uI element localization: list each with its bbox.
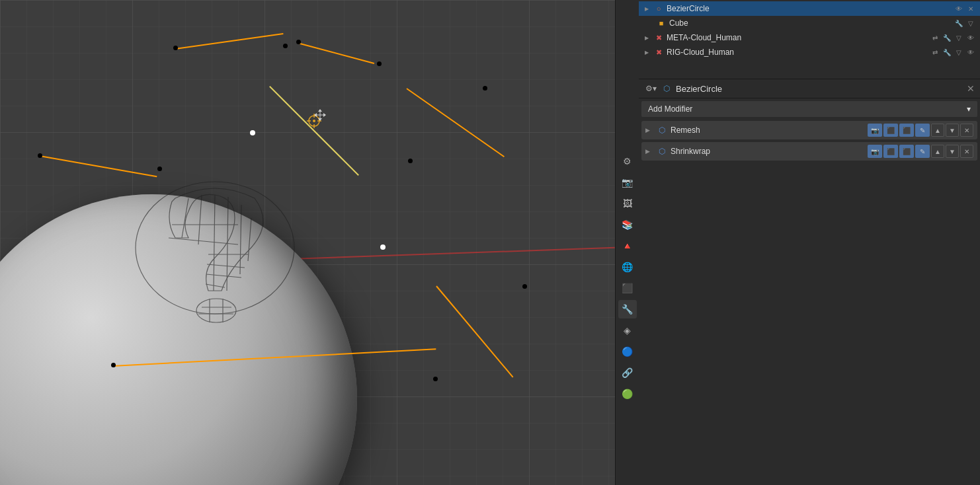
remesh-mesh-btn[interactable]: ⬛: [883, 124, 898, 137]
svg-line-10: [198, 195, 202, 244]
shrinkwrap-render-btn[interactable]: ⬛: [899, 145, 914, 158]
svg-point-15: [196, 299, 236, 322]
bezier-point-12: [250, 130, 255, 135]
outliner-item-bezier[interactable]: ▶ ○ BezierCircle 👁 ✕: [639, 1, 980, 16]
add-modifier-button[interactable]: Add Modifier ▾: [641, 101, 977, 117]
shrinkwrap-cam-btn[interactable]: 📷: [868, 145, 882, 158]
remesh-render-btn[interactable]: ⬛: [899, 124, 914, 137]
modifier-header-icon: ⬡: [660, 82, 673, 95]
svg-line-8: [206, 284, 225, 287]
bezier-point-1: [173, 46, 178, 50]
bezier-point-10: [111, 363, 116, 367]
tool-icon-10[interactable]: 🔗: [618, 363, 637, 382]
bezier-point-5: [38, 153, 42, 158]
bezier-close-icon[interactable]: ✕: [965, 3, 976, 14]
remesh-up-btn[interactable]: ▲: [931, 124, 944, 137]
bezier-point-4: [377, 61, 382, 66]
modifier-remesh: ▶ ⬡ Remesh 📷 ⬛ ⬛ ✎ ▲ ▼ ✕: [641, 121, 977, 139]
tool-icon-11[interactable]: 🟢: [618, 385, 637, 403]
remesh-cam-btn[interactable]: 📷: [868, 124, 882, 137]
outliner-item-meta[interactable]: ▶ ✖ META-Cloud_Human ⇄ 🔧 ▽ 👁: [639, 30, 980, 45]
tool-icon-4[interactable]: 🔺: [618, 237, 637, 255]
tool-icon-3[interactable]: 📚: [618, 215, 637, 234]
tool-icon-5[interactable]: 🌐: [618, 258, 637, 276]
shrinkwrap-delete-btn[interactable]: ✕: [960, 145, 973, 158]
meta-mod-icon[interactable]: 🔧: [942, 32, 952, 43]
outliner-arrow-bezier[interactable]: ▶: [643, 5, 651, 13]
shrinkwrap-icon: ⬡: [656, 145, 668, 157]
cube-modifier-icon[interactable]: 🔧: [954, 18, 964, 28]
meta-rig-icon[interactable]: ▽: [954, 32, 964, 43]
meta-name: META-Cloud_Human: [667, 33, 927, 42]
remesh-icon: ⬡: [656, 124, 668, 136]
shrinkwrap-mesh-btn[interactable]: ⬛: [883, 145, 898, 158]
meta-type-icon: ✖: [653, 32, 664, 43]
rig-arrow[interactable]: ▶: [643, 48, 651, 56]
properties-panel: ▶ ○ BezierCircle 👁 ✕ ■ Cube 🔧 ▽: [639, 0, 980, 485]
svg-line-7: [206, 274, 241, 278]
tool-icon-0[interactable]: ⚙: [618, 152, 637, 170]
add-modifier-arrow: ▾: [967, 104, 971, 114]
move-cursor-widget: [312, 108, 328, 126]
rig-mod-icon[interactable]: 🔧: [942, 47, 952, 57]
tool-icon-6[interactable]: ⬛: [618, 279, 637, 297]
svg-line-9: [182, 198, 188, 238]
shrinkwrap-buttons: 📷 ⬛ ⬛ ✎ ▲ ▼ ✕: [868, 145, 973, 158]
bezier-point-2: [283, 44, 288, 48]
shrinkwrap-edit-btn[interactable]: ✎: [915, 145, 930, 158]
remesh-name: Remesh: [671, 126, 865, 135]
bezier-point-9: [522, 284, 527, 289]
tool-icon-2[interactable]: 🖼: [618, 194, 637, 213]
remesh-down-btn[interactable]: ▼: [946, 124, 959, 137]
rig-right-icons: ⇄ 🔧 ▽ 👁: [930, 47, 976, 57]
rig-vis-icon[interactable]: 👁: [965, 47, 976, 57]
cube-filter-icon[interactable]: ▽: [965, 18, 976, 28]
wireframe-overlay: [116, 159, 314, 337]
bezier-point-13: [380, 244, 386, 250]
rig-name: RIG-Cloud_Human: [667, 48, 927, 57]
bezier-point-8: [408, 159, 413, 163]
tool-icon-8[interactable]: ◈: [618, 321, 637, 340]
rig-link-icon[interactable]: ⇄: [930, 47, 940, 57]
svg-line-6: [207, 264, 245, 268]
cube-name: Cube: [669, 19, 951, 28]
modifier-tab-icon[interactable]: 🔧: [618, 300, 637, 318]
bezier-vis-icon[interactable]: 👁: [954, 3, 964, 14]
bezier-type-icon: ○: [653, 3, 664, 14]
meta-vis-icon[interactable]: 👁: [965, 32, 976, 43]
rig-type-icon: ✖: [653, 47, 664, 57]
bezier-point-3: [296, 40, 301, 44]
svg-line-11: [214, 195, 215, 291]
modifier-list: Add Modifier ▾ ▶ ⬡ Remesh 📷 ⬛ ⬛ ✎ ▲ ▼: [639, 98, 980, 485]
modifier-panel-close[interactable]: ✕: [967, 83, 975, 94]
remesh-edit-btn[interactable]: ✎: [915, 124, 930, 137]
bezier-point-7: [483, 86, 487, 91]
bezier-name: BezierCircle: [667, 4, 951, 13]
bezier-point-6: [157, 167, 162, 171]
shrinkwrap-expand-arrow[interactable]: ▶: [645, 148, 653, 155]
remesh-delete-btn[interactable]: ✕: [960, 124, 973, 137]
modifier-panel-header: ⚙▾ ⬡ BezierCircle ✕: [639, 79, 980, 98]
shrinkwrap-down-btn[interactable]: ▼: [946, 145, 959, 158]
outliner-item-cube[interactable]: ■ Cube 🔧 ▽: [639, 16, 980, 30]
remesh-header: ▶ ⬡ Remesh 📷 ⬛ ⬛ ✎ ▲ ▼ ✕: [641, 121, 977, 139]
outliner-item-rig[interactable]: ▶ ✖ RIG-Cloud_Human ⇄ 🔧 ▽ 👁: [639, 45, 980, 59]
cube-right-icons: 🔧 ▽: [954, 18, 976, 28]
rig-rig-icon[interactable]: ▽: [954, 47, 964, 57]
modifier-shrinkwrap: ▶ ⬡ Shrinkwrap 📷 ⬛ ⬛ ✎ ▲ ▼ ✕: [641, 142, 977, 161]
meta-arrow[interactable]: ▶: [643, 34, 651, 42]
viewport-3d[interactable]: [0, 0, 615, 485]
outliner: ▶ ○ BezierCircle 👁 ✕ ■ Cube 🔧 ▽: [639, 0, 980, 79]
remesh-expand-arrow[interactable]: ▶: [645, 127, 653, 133]
right-panel: ⚙ 📷 🖼 📚 🔺 🌐 ⬛ 🔧 ◈ 🔵 🔗 🟢 ▶ ○ BezierCircle…: [615, 0, 980, 485]
tool-icon-1[interactable]: 📷: [618, 173, 637, 192]
meta-right-icons: ⇄ 🔧 ▽ 👁: [930, 32, 976, 43]
shrinkwrap-name: Shrinkwrap: [671, 147, 865, 156]
modifier-dropdown-icon[interactable]: ⚙▾: [644, 82, 657, 95]
meta-link-icon[interactable]: ⇄: [930, 32, 940, 43]
shrinkwrap-header: ▶ ⬡ Shrinkwrap 📷 ⬛ ⬛ ✎ ▲ ▼ ✕: [641, 142, 977, 161]
tool-icon-9[interactable]: 🔵: [618, 342, 637, 361]
remesh-buttons: 📷 ⬛ ⬛ ✎ ▲ ▼ ✕: [868, 124, 973, 137]
shrinkwrap-up-btn[interactable]: ▲: [931, 145, 944, 158]
svg-line-14: [248, 218, 251, 261]
